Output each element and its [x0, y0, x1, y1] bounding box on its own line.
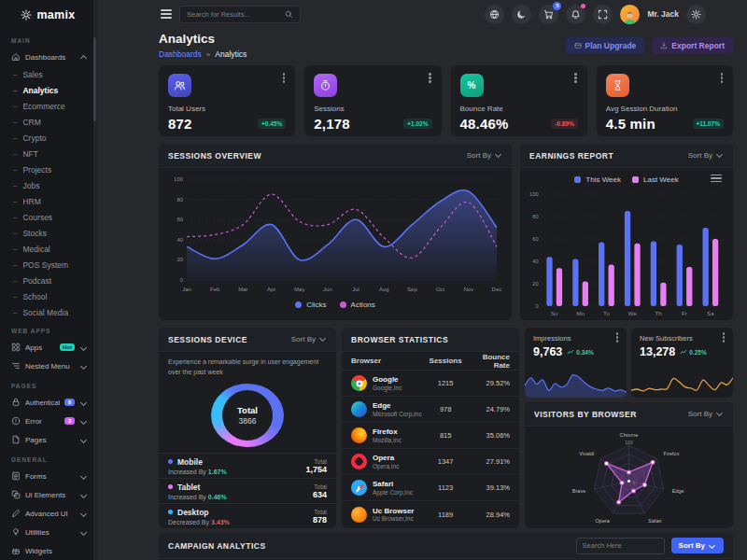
sidebar-item-dashboards[interactable]: Dashboards	[0, 48, 96, 66]
stat-card-sessions: Sessions 2,178 +1.02%	[304, 65, 441, 136]
svg-text:80: 80	[532, 214, 538, 219]
user-name[interactable]: Mr. Jack	[647, 9, 679, 19]
svg-text:Mo: Mo	[576, 310, 585, 316]
mini-card-change: 0.34%	[567, 349, 593, 356]
chevron-down-icon	[80, 491, 87, 497]
settings-button[interactable]	[686, 5, 706, 24]
sort-by-dropdown[interactable]: Sort By	[467, 151, 502, 160]
sidebar-subitem[interactable]: Medical	[0, 241, 96, 257]
breadcrumb-dashboards[interactable]: Dashboards	[159, 49, 202, 59]
svg-text:Brave: Brave	[572, 488, 586, 494]
globe-icon	[489, 9, 500, 20]
sidebar-subitem[interactable]: HRM	[0, 193, 96, 209]
browser-statistics-panel: BROWSER STATISTICS Browser Sessions Boun…	[342, 328, 519, 528]
chevron-down-icon	[709, 542, 715, 549]
app-logo[interactable]: mamix	[0, 0, 96, 30]
browser-bounce-rate: 35.06%	[467, 431, 510, 440]
panel-title: BROWSER STATISTICS	[351, 335, 448, 344]
svg-text:May: May	[294, 287, 304, 292]
notifications-button[interactable]	[566, 5, 585, 24]
sidebar-subitem[interactable]: Crypto	[0, 130, 96, 146]
sidebar-subitem[interactable]: School	[0, 288, 96, 304]
hourglass-icon	[606, 74, 629, 97]
sort-by-dropdown[interactable]: Sort By	[688, 151, 724, 160]
sidebar-item-forms[interactable]: Forms	[0, 467, 96, 485]
browser-table-body: Google Google,Inc 1215 29.52%	[342, 371, 519, 527]
sidebar-subitem[interactable]: Ecommerce	[0, 98, 96, 114]
sidebar-subitem[interactable]: Stocks	[0, 225, 96, 241]
card-menu-dots[interactable]	[723, 336, 726, 339]
sidebar-item-apps[interactable]: Apps Hot	[0, 338, 96, 357]
sidebar-subitem[interactable]: Analytics	[0, 82, 96, 98]
card-menu-dots[interactable]	[574, 77, 577, 79]
sidebar-item-ui-elements[interactable]: Ui Elements	[0, 485, 96, 504]
sidebar-item-authentication[interactable]: Authentication 8	[0, 393, 96, 412]
campaign-sort-button[interactable]: Sort By	[671, 538, 724, 553]
fullscreen-button[interactable]	[593, 5, 613, 24]
card-menu-dots[interactable]	[283, 77, 286, 79]
sidebar-subitem[interactable]: CRM	[0, 114, 96, 130]
sidebar-subitem[interactable]: Jobs	[0, 177, 96, 193]
svg-text:80: 80	[176, 197, 183, 203]
sidebar-item-utilities[interactable]: Utilities	[0, 523, 96, 541]
sidebar-subitem-label: Stocks	[22, 229, 47, 238]
sidebar-subitem[interactable]: Sales	[0, 66, 96, 82]
sidebar-subitem[interactable]: Projects	[0, 161, 96, 177]
sidebar-scrollbar-thumb[interactable]	[93, 37, 96, 121]
sidebar-item-pages[interactable]: Pages	[0, 430, 96, 449]
chevron-down-icon	[319, 335, 326, 342]
cart-button[interactable]: 5	[539, 5, 558, 24]
topbar: 5 Mr. Jack	[98, 0, 747, 28]
chevron-up-icon	[80, 55, 87, 62]
card-menu-dots[interactable]	[429, 77, 431, 79]
card-menu-dots[interactable]	[616, 336, 619, 339]
panel-title: CAMPAIGN ANALYTICS	[168, 541, 266, 551]
sidebar-item-advanced-ui[interactable]: Advanced UI	[0, 504, 96, 523]
stat-label: Bounce Rate	[460, 105, 578, 113]
user-avatar[interactable]	[620, 5, 640, 24]
legend-item[interactable]: This Week	[574, 175, 621, 184]
browser-name: Edge	[373, 401, 422, 411]
legend-item[interactable]: Actions	[340, 301, 375, 309]
language-button[interactable]	[485, 5, 504, 24]
sort-by-dropdown[interactable]: Sort By	[688, 410, 724, 418]
device-total-value: 1,754	[305, 465, 327, 474]
stat-label: Total Users	[168, 105, 286, 113]
panel-title: SESSIONS OVERVIEW	[168, 151, 261, 161]
dark-mode-button[interactable]	[512, 5, 531, 24]
sessions-device-panel: SESSIONS DEVICE Sort By Experience a rem…	[159, 328, 336, 528]
search-input[interactable]	[187, 10, 280, 19]
sidebar-subitem[interactable]: POS System	[0, 257, 96, 273]
page-title: Analytics	[159, 32, 247, 46]
sidebar-subitem[interactable]: Social Media	[0, 304, 96, 320]
sidebar-subitem[interactable]: NFT	[0, 146, 96, 161]
sidebar-item-nested-menu[interactable]: Nested Menu	[0, 357, 96, 375]
section-label-general: GENERAL	[0, 449, 96, 467]
table-row: Safari Apple Corp,Inc 1123 39.13%	[342, 475, 519, 501]
export-report-button[interactable]: Export Report	[652, 37, 733, 54]
sidebar-subitem[interactable]: Podcast	[0, 273, 96, 288]
svg-text:100: 100	[625, 440, 633, 445]
error-icon	[11, 416, 21, 426]
mini-card-label: New Subscribers	[640, 334, 725, 343]
stat-card-bounce-rate: % Bounce Rate 48.46% -0.89%	[451, 65, 587, 136]
main-content: 5 Mr. Jack Analytics Dashboards	[98, 0, 747, 560]
file-icon	[11, 435, 21, 444]
column-browser: Browser	[351, 357, 424, 365]
legend-item[interactable]: Clicks	[295, 301, 326, 309]
sort-by-dropdown[interactable]: Sort By	[291, 335, 327, 343]
stat-change-badge: +1.02%	[403, 119, 431, 129]
chart-legend: ClicksActions	[166, 295, 504, 314]
hamburger-menu-icon[interactable]	[161, 9, 172, 19]
browser-company: Microsoft Corp,Inc	[373, 411, 422, 417]
sidebar-item-error[interactable]: Error 3	[0, 412, 96, 430]
sidebar-subitem[interactable]: Courses	[0, 209, 96, 225]
legend-item[interactable]: Last Week	[632, 175, 679, 184]
svg-text:Firefox: Firefox	[664, 451, 680, 456]
sidebar-item-widgets[interactable]: Widgets	[0, 541, 96, 560]
plan-upgrade-button[interactable]: Plan Upgrade	[566, 37, 645, 54]
chart-menu-icon[interactable]	[711, 175, 722, 182]
card-menu-dots[interactable]	[721, 77, 724, 79]
search-icon[interactable]	[285, 10, 293, 19]
campaign-search-input[interactable]	[576, 538, 665, 554]
